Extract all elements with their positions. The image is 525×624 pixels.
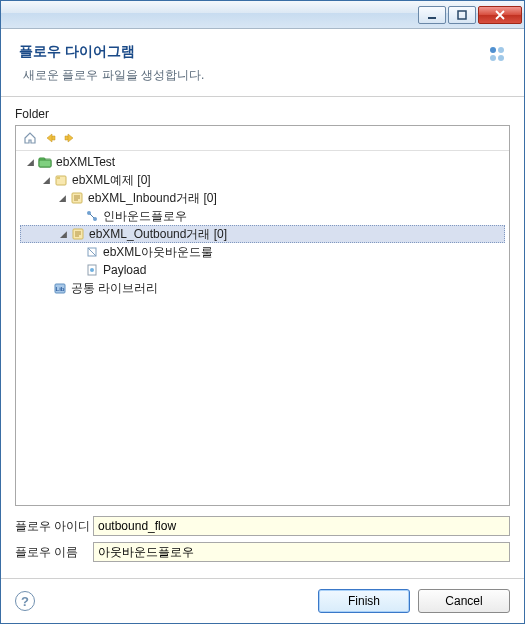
finish-button[interactable]: Finish (318, 589, 410, 613)
dialog-header: 플로우 다이어그램 새로운 플로우 파일을 생성합니다. (1, 29, 524, 97)
flow-icon (84, 208, 100, 224)
dialog-footer: ? Finish Cancel (1, 578, 524, 623)
svg-point-4 (490, 55, 496, 61)
tree-toolbar (16, 126, 509, 151)
project-icon (37, 154, 53, 170)
tree-label: ebXML예제 [0] (72, 171, 151, 189)
tree-label: ebXML아웃바운드룰 (103, 243, 213, 261)
svg-point-17 (90, 268, 94, 272)
flow-name-input[interactable] (93, 542, 510, 562)
titlebar (1, 1, 524, 29)
maximize-button[interactable] (448, 6, 476, 24)
back-icon[interactable] (42, 130, 58, 146)
tree-item[interactable]: Payload (20, 261, 505, 279)
collapse-icon[interactable]: ◢ (56, 192, 68, 204)
folder-tree-panel: ◢ ebXMLTest ◢ ebXML예제 [0] ◢ (15, 125, 510, 506)
maximize-icon (457, 10, 467, 20)
svg-rect-8 (39, 160, 51, 167)
dialog-description: 새로운 플로우 파일을 생성합니다. (23, 67, 488, 84)
minimize-icon (427, 10, 437, 20)
tree-label: ebXMLTest (56, 153, 115, 171)
close-button[interactable] (478, 6, 522, 24)
svg-rect-1 (458, 11, 466, 19)
tree-item[interactable]: 인바운드플로우 (20, 207, 505, 225)
tree-item[interactable]: ◢ ebXML_Inbound거래 [0] (20, 189, 505, 207)
wizard-icon (488, 45, 506, 66)
dialog-content: Folder ◢ (1, 97, 524, 578)
svg-rect-10 (57, 177, 60, 179)
tree-item[interactable]: Lib 공통 라이브러리 (20, 279, 505, 297)
folder-tree[interactable]: ◢ ebXMLTest ◢ ebXML예제 [0] ◢ (16, 151, 509, 299)
flow-name-row: 플로우 이름 (15, 542, 510, 562)
tree-item[interactable]: ◢ ebXML예제 [0] (20, 171, 505, 189)
package-icon (53, 172, 69, 188)
payload-icon (84, 262, 100, 278)
svg-point-5 (498, 55, 504, 61)
rule-icon (84, 244, 100, 260)
flow-id-row: 플로우 아이디 (15, 516, 510, 536)
svg-text:Lib: Lib (56, 286, 65, 292)
folder-label: Folder (15, 107, 510, 121)
tree-label: 공통 라이브러리 (71, 279, 158, 297)
library-icon: Lib (52, 280, 68, 296)
collapse-icon[interactable]: ◢ (40, 174, 52, 186)
dialog-title: 플로우 다이어그램 (19, 43, 488, 61)
tree-item[interactable]: ebXML아웃바운드룰 (20, 243, 505, 261)
tree-label: ebXML_Outbound거래 [0] (89, 225, 227, 243)
flow-id-label: 플로우 아이디 (15, 518, 93, 535)
forward-icon[interactable] (62, 130, 78, 146)
svg-rect-0 (428, 17, 436, 19)
svg-point-2 (490, 47, 496, 53)
transaction-icon (69, 190, 85, 206)
flow-name-label: 플로우 이름 (15, 544, 93, 561)
svg-point-3 (498, 47, 504, 53)
cancel-button[interactable]: Cancel (418, 589, 510, 613)
close-icon (495, 10, 505, 20)
flow-id-input[interactable] (93, 516, 510, 536)
tree-label: ebXML_Inbound거래 [0] (88, 189, 217, 207)
tree-item-root[interactable]: ◢ ebXMLTest (20, 153, 505, 171)
tree-label: Payload (103, 261, 146, 279)
home-icon[interactable] (22, 130, 38, 146)
help-icon[interactable]: ? (15, 591, 35, 611)
collapse-icon[interactable]: ◢ (24, 156, 36, 168)
tree-item-selected[interactable]: ◢ ebXML_Outbound거래 [0] (20, 225, 505, 243)
tree-label: 인바운드플로우 (103, 207, 187, 225)
dialog-window: 플로우 다이어그램 새로운 플로우 파일을 생성합니다. Folder (0, 0, 525, 624)
collapse-icon[interactable]: ◢ (57, 228, 69, 240)
transaction-icon (70, 226, 86, 242)
minimize-button[interactable] (418, 6, 446, 24)
